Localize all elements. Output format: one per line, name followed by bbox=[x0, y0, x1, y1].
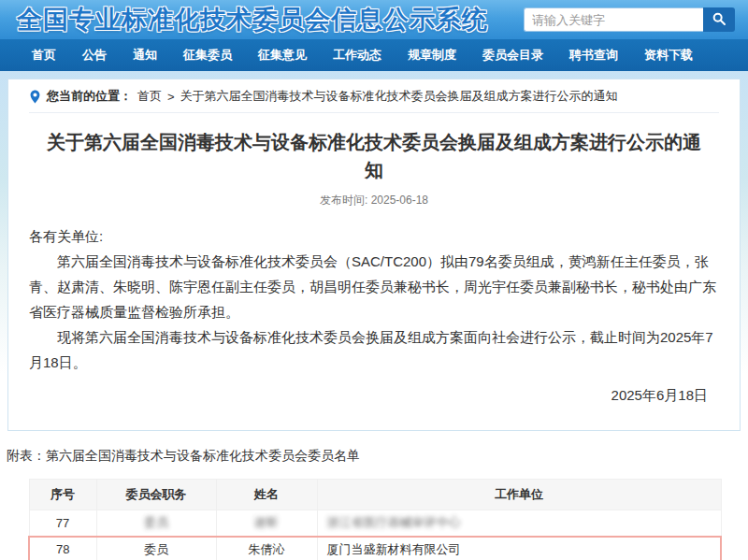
publish-time-value: 2025-06-18 bbox=[371, 194, 428, 207]
site-header: 全国专业标准化技术委员会信息公示系统 bbox=[0, 0, 748, 39]
attachment-section: 附表：第六届全国消毒技术与设备标准化技术委员会委员名单 序号 委员会职务 姓名 … bbox=[0, 448, 748, 560]
committee-table: 序号 委员会职务 姓名 工作单位 77委员谢昕浙江省医疗器械审评中心78委员朱倩… bbox=[28, 479, 722, 560]
table-row: 77委员谢昕浙江省医疗器械审评中心 bbox=[29, 510, 721, 537]
committee-table-body: 77委员谢昕浙江省医疗器械审评中心78委员朱倩沁厦门当盛新材料有限公司79委员刘… bbox=[29, 510, 721, 560]
breadcrumb-home-link[interactable]: 首页 bbox=[137, 88, 162, 105]
cell-name: 朱倩沁 bbox=[216, 537, 317, 560]
publish-time: 发布时间: 2025-06-18 bbox=[29, 193, 719, 208]
location-pin-icon bbox=[29, 90, 41, 104]
breadcrumb-label: 您当前的位置： bbox=[47, 88, 132, 105]
nav-item-7[interactable]: 委员会目录 bbox=[469, 39, 556, 71]
header-cell-name: 姓名 bbox=[216, 480, 317, 510]
nav-item-2[interactable]: 通知 bbox=[120, 39, 170, 71]
nav-item-0[interactable]: 首页 bbox=[19, 39, 69, 71]
breadcrumb-separator: > bbox=[167, 90, 175, 104]
cell-role: 委员 bbox=[96, 537, 216, 560]
article-paragraph-1: 第六届全国消毒技术与设备标准化技术委员会（SAC/TC200）拟由79名委员组成… bbox=[29, 249, 719, 324]
article-title: 关于第六届全国消毒技术与设备标准化技术委员会换届及组成方案进行公示的通知 bbox=[44, 128, 704, 184]
nav-item-3[interactable]: 征集委员 bbox=[170, 39, 245, 71]
table-header-row: 序号 委员会职务 姓名 工作单位 bbox=[29, 480, 721, 510]
attachment-caption: 附表：第六届全国消毒技术与设备标准化技术委员会委员名单 bbox=[7, 448, 748, 465]
publish-time-label: 发布时间: bbox=[320, 194, 367, 207]
page-section: 您当前的位置： 首页 > 关于第六届全国消毒技术与设备标准化技术委员会换届及组成… bbox=[0, 71, 748, 560]
header-cell-no: 序号 bbox=[29, 480, 96, 510]
nav-item-5[interactable]: 工作动态 bbox=[320, 39, 395, 71]
site-title: 全国专业标准化技术委员会信息公示系统 bbox=[17, 3, 488, 36]
cell-name: 谢昕 bbox=[216, 510, 317, 537]
nav-item-8[interactable]: 聘书查询 bbox=[556, 39, 631, 71]
header-cell-unit: 工作单位 bbox=[317, 480, 721, 510]
search-icon bbox=[712, 11, 726, 29]
nav-item-4[interactable]: 征集意见 bbox=[245, 39, 320, 71]
table-row: 78委员朱倩沁厦门当盛新材料有限公司 bbox=[29, 537, 721, 560]
article-sign-date: 2025年6月18日 bbox=[29, 382, 719, 408]
cell-no: 77 bbox=[29, 510, 96, 537]
header-cell-role: 委员会职务 bbox=[96, 480, 216, 510]
article-paragraph-2: 现将第六届全国消毒技术与设备标准化技术委员会换届及组成方案面向社会进行公示，截止… bbox=[29, 324, 719, 375]
cell-unit: 厦门当盛新材料有限公司 bbox=[317, 537, 721, 560]
cell-role: 委员 bbox=[96, 510, 216, 537]
search-box bbox=[524, 7, 735, 32]
article-salutation: 各有关单位: bbox=[29, 223, 719, 249]
nav-item-9[interactable]: 资料下载 bbox=[631, 39, 706, 71]
cell-no: 78 bbox=[29, 537, 96, 560]
nav-item-1[interactable]: 公告 bbox=[69, 39, 120, 71]
content-card: 您当前的位置： 首页 > 关于第六届全国消毒技术与设备标准化技术委员会换届及组成… bbox=[7, 79, 741, 431]
article-body: 各有关单位: 第六届全国消毒技术与设备标准化技术委员会（SAC/TC200）拟由… bbox=[29, 223, 719, 408]
breadcrumb-current: 关于第六届全国消毒技术与设备标准化技术委员会换届及组成方案进行公示的通知 bbox=[180, 88, 618, 105]
breadcrumb: 您当前的位置： 首页 > 关于第六届全国消毒技术与设备标准化技术委员会换届及组成… bbox=[29, 79, 719, 113]
main-nav: 首页公告通知征集委员征集意见工作动态规章制度委员会目录聘书查询资料下载 bbox=[0, 39, 748, 71]
cell-unit: 浙江省医疗器械审评中心 bbox=[317, 510, 721, 537]
nav-item-6[interactable]: 规章制度 bbox=[395, 39, 469, 71]
search-input[interactable] bbox=[524, 7, 703, 32]
search-button[interactable] bbox=[703, 7, 735, 32]
